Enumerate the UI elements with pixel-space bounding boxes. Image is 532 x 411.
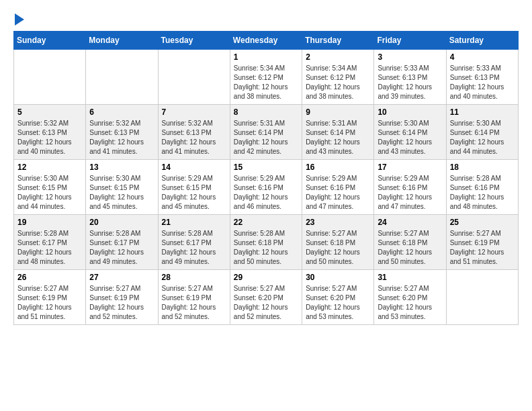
day-info: Sunrise: 5:29 AMSunset: 6:16 PMDaylight:… xyxy=(234,174,298,212)
day-number: 26 xyxy=(17,273,82,282)
day-info: Sunrise: 5:27 AMSunset: 6:18 PMDaylight:… xyxy=(306,229,370,267)
day-info: Sunrise: 5:28 AMSunset: 6:17 PMDaylight:… xyxy=(162,229,226,267)
day-number: 3 xyxy=(378,52,442,62)
day-info: Sunrise: 5:27 AMSunset: 6:19 PMDaylight:… xyxy=(17,284,82,322)
day-number: 1 xyxy=(234,52,298,62)
day-number: 27 xyxy=(89,273,154,282)
day-info: Sunrise: 5:30 AMSunset: 6:14 PMDaylight:… xyxy=(450,119,515,156)
day-number: 15 xyxy=(234,163,298,172)
weekday-header-monday: Monday xyxy=(86,32,158,50)
page-header xyxy=(13,13,519,24)
calendar-cell: 31Sunrise: 5:27 AMSunset: 6:20 PMDayligh… xyxy=(374,270,446,325)
day-info: Sunrise: 5:27 AMSunset: 6:18 PMDaylight:… xyxy=(378,229,442,267)
calendar-cell: 9Sunrise: 5:31 AMSunset: 6:14 PMDaylight… xyxy=(302,105,374,160)
day-info: Sunrise: 5:29 AMSunset: 6:16 PMDaylight:… xyxy=(378,174,442,212)
calendar-cell: 21Sunrise: 5:28 AMSunset: 6:17 PMDayligh… xyxy=(158,215,230,270)
calendar-cell: 8Sunrise: 5:31 AMSunset: 6:14 PMDaylight… xyxy=(230,105,302,160)
day-info: Sunrise: 5:27 AMSunset: 6:19 PMDaylight:… xyxy=(162,284,226,322)
calendar-cell: 23Sunrise: 5:27 AMSunset: 6:18 PMDayligh… xyxy=(302,215,374,270)
calendar-cell: 1Sunrise: 5:34 AMSunset: 6:12 PMDaylight… xyxy=(230,50,302,105)
weekday-header-wednesday: Wednesday xyxy=(230,32,302,50)
calendar-cell: 3Sunrise: 5:33 AMSunset: 6:13 PMDaylight… xyxy=(374,50,446,105)
day-number: 8 xyxy=(234,107,298,117)
day-info: Sunrise: 5:31 AMSunset: 6:14 PMDaylight:… xyxy=(306,119,370,156)
calendar-cell: 18Sunrise: 5:28 AMSunset: 6:16 PMDayligh… xyxy=(446,160,518,215)
calendar-table: SundayMondayTuesdayWednesdayThursdayFrid… xyxy=(13,31,519,325)
day-info: Sunrise: 5:29 AMSunset: 6:15 PMDaylight:… xyxy=(162,174,226,212)
calendar-cell: 2Sunrise: 5:34 AMSunset: 6:12 PMDaylight… xyxy=(302,50,374,105)
weekday-header-row: SundayMondayTuesdayWednesdayThursdayFrid… xyxy=(14,32,519,50)
calendar-cell xyxy=(14,50,86,105)
day-info: Sunrise: 5:28 AMSunset: 6:17 PMDaylight:… xyxy=(17,229,82,267)
day-info: Sunrise: 5:27 AMSunset: 6:20 PMDaylight:… xyxy=(234,284,298,322)
day-info: Sunrise: 5:32 AMSunset: 6:13 PMDaylight:… xyxy=(17,119,82,156)
calendar-cell: 4Sunrise: 5:33 AMSunset: 6:13 PMDaylight… xyxy=(446,50,518,105)
calendar-cell: 5Sunrise: 5:32 AMSunset: 6:13 PMDaylight… xyxy=(14,105,86,160)
day-number: 17 xyxy=(378,163,442,172)
day-number: 13 xyxy=(89,163,154,172)
day-number: 21 xyxy=(162,218,226,227)
calendar-cell: 16Sunrise: 5:29 AMSunset: 6:16 PMDayligh… xyxy=(302,160,374,215)
calendar-week-row: 19Sunrise: 5:28 AMSunset: 6:17 PMDayligh… xyxy=(14,215,519,270)
day-number: 29 xyxy=(234,273,298,282)
day-number: 11 xyxy=(450,107,515,117)
day-number: 7 xyxy=(162,107,226,117)
calendar-cell: 27Sunrise: 5:27 AMSunset: 6:19 PMDayligh… xyxy=(86,270,158,325)
calendar-cell: 11Sunrise: 5:30 AMSunset: 6:14 PMDayligh… xyxy=(446,105,518,160)
calendar-week-row: 1Sunrise: 5:34 AMSunset: 6:12 PMDaylight… xyxy=(14,50,519,105)
day-number: 20 xyxy=(89,218,154,227)
day-number: 25 xyxy=(450,218,515,227)
calendar-week-row: 12Sunrise: 5:30 AMSunset: 6:15 PMDayligh… xyxy=(14,160,519,215)
calendar-cell: 20Sunrise: 5:28 AMSunset: 6:17 PMDayligh… xyxy=(86,215,158,270)
day-info: Sunrise: 5:33 AMSunset: 6:13 PMDaylight:… xyxy=(378,64,442,101)
day-number: 4 xyxy=(450,52,515,62)
calendar-cell: 13Sunrise: 5:30 AMSunset: 6:15 PMDayligh… xyxy=(86,160,158,215)
day-number: 31 xyxy=(378,273,442,282)
calendar-cell: 14Sunrise: 5:29 AMSunset: 6:15 PMDayligh… xyxy=(158,160,230,215)
day-info: Sunrise: 5:31 AMSunset: 6:14 PMDaylight:… xyxy=(234,119,298,156)
calendar-cell xyxy=(86,50,158,105)
day-number: 12 xyxy=(17,163,82,172)
weekday-header-thursday: Thursday xyxy=(302,32,374,50)
day-info: Sunrise: 5:34 AMSunset: 6:12 PMDaylight:… xyxy=(234,64,298,101)
logo xyxy=(13,13,24,24)
logo-arrow-icon xyxy=(15,13,24,26)
day-number: 28 xyxy=(162,273,226,282)
weekday-header-saturday: Saturday xyxy=(446,32,518,50)
day-number: 6 xyxy=(89,107,154,117)
day-number: 18 xyxy=(450,163,515,172)
day-number: 19 xyxy=(17,218,82,227)
calendar-header: SundayMondayTuesdayWednesdayThursdayFrid… xyxy=(14,32,519,50)
calendar-week-row: 5Sunrise: 5:32 AMSunset: 6:13 PMDaylight… xyxy=(14,105,519,160)
day-info: Sunrise: 5:29 AMSunset: 6:16 PMDaylight:… xyxy=(306,174,370,212)
day-info: Sunrise: 5:28 AMSunset: 6:17 PMDaylight:… xyxy=(89,229,154,267)
calendar-cell: 7Sunrise: 5:32 AMSunset: 6:13 PMDaylight… xyxy=(158,105,230,160)
calendar-cell: 30Sunrise: 5:27 AMSunset: 6:20 PMDayligh… xyxy=(302,270,374,325)
day-info: Sunrise: 5:32 AMSunset: 6:13 PMDaylight:… xyxy=(89,119,154,156)
calendar-cell xyxy=(158,50,230,105)
day-info: Sunrise: 5:32 AMSunset: 6:13 PMDaylight:… xyxy=(162,119,226,156)
day-info: Sunrise: 5:30 AMSunset: 6:15 PMDaylight:… xyxy=(89,174,154,212)
day-info: Sunrise: 5:27 AMSunset: 6:20 PMDaylight:… xyxy=(306,284,370,322)
day-info: Sunrise: 5:30 AMSunset: 6:14 PMDaylight:… xyxy=(378,119,442,156)
calendar-cell: 22Sunrise: 5:28 AMSunset: 6:18 PMDayligh… xyxy=(230,215,302,270)
day-info: Sunrise: 5:30 AMSunset: 6:15 PMDaylight:… xyxy=(17,174,82,212)
calendar-cell: 10Sunrise: 5:30 AMSunset: 6:14 PMDayligh… xyxy=(374,105,446,160)
day-number: 22 xyxy=(234,218,298,227)
day-number: 24 xyxy=(378,218,442,227)
day-info: Sunrise: 5:33 AMSunset: 6:13 PMDaylight:… xyxy=(450,64,515,101)
calendar-cell: 12Sunrise: 5:30 AMSunset: 6:15 PMDayligh… xyxy=(14,160,86,215)
day-number: 14 xyxy=(162,163,226,172)
weekday-header-friday: Friday xyxy=(374,32,446,50)
day-info: Sunrise: 5:28 AMSunset: 6:16 PMDaylight:… xyxy=(450,174,515,212)
calendar-cell: 25Sunrise: 5:27 AMSunset: 6:19 PMDayligh… xyxy=(446,215,518,270)
day-number: 16 xyxy=(306,163,370,172)
calendar-week-row: 26Sunrise: 5:27 AMSunset: 6:19 PMDayligh… xyxy=(14,270,519,325)
day-number: 23 xyxy=(306,218,370,227)
day-number: 30 xyxy=(306,273,370,282)
day-info: Sunrise: 5:34 AMSunset: 6:12 PMDaylight:… xyxy=(306,64,370,101)
calendar-cell: 26Sunrise: 5:27 AMSunset: 6:19 PMDayligh… xyxy=(14,270,86,325)
weekday-header-tuesday: Tuesday xyxy=(158,32,230,50)
day-info: Sunrise: 5:27 AMSunset: 6:20 PMDaylight:… xyxy=(378,284,442,322)
day-number: 5 xyxy=(17,107,82,117)
